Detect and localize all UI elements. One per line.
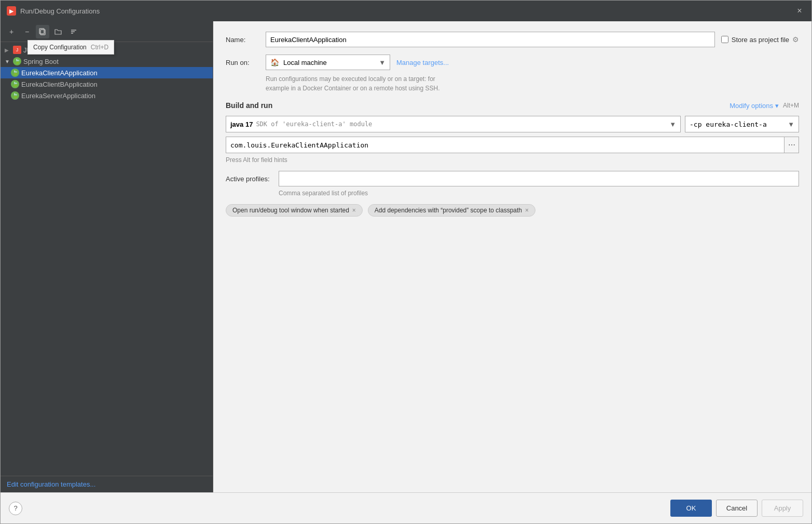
spring-boot-icon: 🍃 (13, 57, 21, 65)
modify-options-link[interactable]: Modify options ▾ (730, 102, 779, 110)
tag-1: Add dependencies with “provided” scope t… (368, 204, 535, 217)
tree-item-eureka-client-a[interactable]: 🍃 EurekaClientAApplication (1, 67, 213, 78)
left-panel: + − (1, 21, 213, 492)
tag-close-1[interactable]: × (525, 207, 529, 214)
run-on-row: Run on: 🏠 Local machine ▼ Manage targets… (226, 55, 799, 70)
modify-options-chevron: ▾ (775, 102, 779, 110)
run-on-arrow: ▼ (379, 59, 386, 66)
config-tree: ▶ J JUnit ▼ 🍃 Spring Boot 🍃 EurekaClient… (1, 42, 213, 476)
profiles-input[interactable] (279, 171, 799, 186)
spring-boot-arrow: ▼ (5, 59, 11, 64)
build-run-header: Build and run Modify options ▾ Alt+M (226, 101, 799, 110)
spring-boot-group[interactable]: ▼ 🍃 Spring Boot (1, 56, 213, 67)
field-hint: Press Alt for field hints (226, 156, 799, 164)
build-run-select-row: java 17 SDK of 'eureka-client-a' module … (226, 116, 799, 132)
tag-0: Open run/debug tool window when started … (226, 204, 363, 217)
local-machine-icon: 🏠 (270, 58, 279, 66)
main-class-input[interactable] (226, 137, 785, 153)
tree-item-eureka-client-b[interactable]: 🍃 EurekaClientBApplication (1, 78, 213, 90)
help-button[interactable]: ? (9, 502, 22, 515)
tree-item-label-1: EurekaClientBApplication (21, 80, 98, 88)
right-panel: Name: Store as project file ⚙ Run on: 🏠 … (213, 21, 811, 492)
name-label: Name: (226, 36, 259, 44)
main-class-row: ⋯ (226, 137, 799, 153)
java-sdk-text: SDK of 'eureka-client-a' module (256, 120, 372, 128)
item-icon-0: 🍃 (11, 69, 19, 77)
ok-button[interactable]: OK (670, 500, 712, 517)
tag-label-0: Open run/debug tool window when started (232, 207, 349, 214)
tags-row: Open run/debug tool window when started … (226, 204, 799, 217)
close-button[interactable]: × (794, 5, 805, 17)
toolbar: + − (1, 21, 213, 42)
java-select-arrow: ▼ (669, 120, 676, 128)
bottom-bar: ? OK Cancel Apply (1, 492, 811, 523)
remove-button[interactable]: − (20, 25, 34, 38)
cancel-button[interactable]: Cancel (716, 500, 758, 517)
profiles-label: Active profiles: (226, 175, 272, 183)
run-on-label: Run on: (226, 59, 259, 66)
title-bar: ▶ Run/Debug Configurations × (1, 1, 811, 21)
cp-value: -cp eureka-client-a (690, 120, 767, 128)
store-project-label: Store as project file (732, 36, 789, 44)
gear-icon: ⚙ (792, 35, 799, 44)
edit-templates-link[interactable]: Edit configuration templates... (7, 480, 95, 488)
item-icon-2: 🍃 (11, 91, 19, 100)
app-icon: ▶ (7, 6, 16, 16)
junit-arrow: ▶ (5, 47, 11, 53)
tag-close-0[interactable]: × (352, 207, 356, 214)
tree-item-label-0: EurekaClientAApplication (21, 69, 98, 77)
folder-button[interactable] (51, 25, 65, 38)
main-content: + − (1, 21, 811, 492)
spring-boot-label: Spring Boot (23, 58, 59, 65)
apply-button[interactable]: Apply (762, 500, 803, 517)
tree-item-eureka-server[interactable]: 🍃 EurekaServerApplication (1, 90, 213, 101)
copy-tooltip: Copy ConfigurationCtrl+D (27, 40, 114, 55)
cp-select-arrow: ▼ (788, 120, 794, 128)
item-icon-1: 🍃 (11, 80, 19, 88)
dialog-title: Run/Debug Configurations (20, 7, 100, 15)
cp-select[interactable]: -cp eureka-client-a ▼ (685, 116, 799, 132)
add-button[interactable]: + (5, 25, 18, 38)
run-on-value: Local machine (283, 59, 327, 66)
left-footer: Edit configuration templates... (1, 476, 213, 492)
store-project-checkbox[interactable] (721, 36, 728, 43)
sort-button[interactable] (67, 25, 80, 38)
manage-targets-link[interactable]: Manage targets... (396, 59, 449, 66)
active-profiles-row: Active profiles: (226, 171, 799, 186)
name-row: Name: Store as project file ⚙ (226, 32, 799, 47)
tree-item-label-2: EurekaServerApplication (21, 92, 95, 100)
run-hint: Run configurations may be executed local… (266, 74, 799, 93)
profiles-hint: Comma separated list of profiles (279, 190, 799, 197)
ellipsis-button[interactable]: ⋯ (785, 137, 799, 153)
run-on-select[interactable]: 🏠 Local machine ▼ (266, 55, 390, 70)
junit-icon: J (13, 46, 21, 54)
name-input[interactable] (266, 32, 715, 47)
build-run-title: Build and run (226, 101, 272, 110)
run-debug-dialog: ▶ Run/Debug Configurations × + − (0, 0, 812, 524)
store-project-row: Store as project file ⚙ (721, 35, 799, 44)
modify-shortcut: Alt+M (783, 102, 799, 109)
java-version-bold: java 17 (230, 120, 253, 128)
action-buttons: OK Cancel Apply (670, 500, 803, 517)
java-select[interactable]: java 17 SDK of 'eureka-client-a' module … (226, 116, 681, 132)
copy-button[interactable] (36, 25, 49, 38)
tag-label-1: Add dependencies with “provided” scope t… (375, 207, 522, 214)
